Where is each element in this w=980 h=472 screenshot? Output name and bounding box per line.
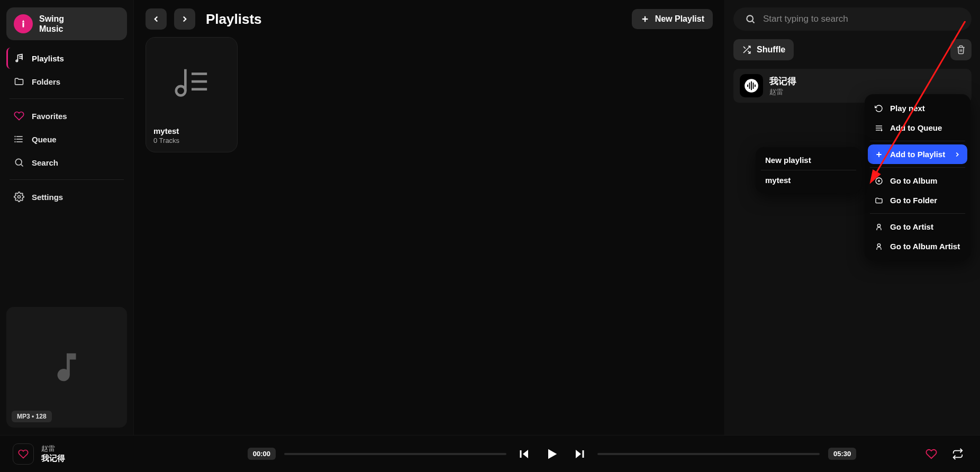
svg-point-7: [15, 139, 15, 140]
forward-button[interactable]: [174, 8, 195, 30]
plus-icon: [874, 150, 884, 159]
user-icon: [874, 242, 884, 251]
playlist-thumb: [153, 45, 230, 121]
playlist-grid: mytest 0 Tracks: [146, 37, 713, 152]
svg-line-23: [743, 47, 746, 49]
now-playing-art[interactable]: MP3 • 128: [6, 307, 127, 428]
sidebar-item-search[interactable]: Search: [6, 152, 127, 173]
prev-button[interactable]: [515, 444, 534, 464]
svg-point-40: [877, 243, 880, 246]
header-toolbar: Playlists New Playlist: [146, 8, 713, 30]
back-button[interactable]: [146, 8, 167, 30]
nav-divider: [10, 98, 124, 99]
page-title: Playlists: [206, 11, 262, 28]
ctx-divider: [870, 141, 965, 141]
svg-point-8: [15, 142, 15, 142]
sidebar-item-label: Folders: [32, 77, 60, 86]
like-button[interactable]: [922, 444, 941, 464]
submenu-existing-playlist[interactable]: mytest: [759, 170, 858, 190]
time-total: 05:30: [828, 448, 856, 460]
ctx-go-to-album[interactable]: Go to Album: [868, 171, 967, 190]
context-menu: Play next Add to Queue Add to Playlist G…: [865, 94, 970, 260]
ctx-go-to-album-artist[interactable]: Go to Album Artist: [868, 237, 967, 256]
play-next-icon: [874, 104, 884, 113]
sidebar-item-favorites[interactable]: Favorites: [6, 105, 127, 126]
progress-bar-right[interactable]: [597, 453, 820, 455]
gear-icon: [14, 192, 24, 202]
playlist-icon: [14, 53, 24, 63]
svg-point-37: [876, 178, 882, 184]
svg-point-38: [878, 180, 880, 181]
ctx-add-to-queue[interactable]: Add to Queue: [868, 118, 967, 138]
panel-toolbar: Shuffle: [733, 39, 972, 60]
brand-header[interactable]: SwingMusic: [6, 7, 127, 40]
brand-logo-icon: [14, 14, 33, 33]
ctx-go-to-folder[interactable]: Go to Folder: [868, 190, 967, 210]
shuffle-label: Shuffle: [757, 45, 785, 55]
shuffle-icon: [742, 45, 751, 55]
brand-name: SwingMusic: [39, 14, 64, 34]
new-playlist-label: New Playlist: [655, 14, 704, 24]
svg-line-20: [752, 21, 755, 23]
svg-marker-42: [523, 450, 528, 458]
track-title: 我记得: [769, 75, 796, 87]
queue-icon: [14, 134, 24, 144]
sidebar-item-queue[interactable]: Queue: [6, 129, 127, 150]
track-artwork: [740, 74, 763, 97]
svg-point-19: [747, 15, 753, 22]
sidebar: SwingMusic Playlists Folders Favorites Q…: [0, 0, 133, 435]
heart-icon: [18, 449, 29, 459]
submenu-new-playlist[interactable]: New playlist: [759, 150, 858, 170]
svg-line-10: [21, 165, 23, 167]
ctx-go-to-artist[interactable]: Go to Artist: [868, 217, 967, 237]
new-playlist-button[interactable]: New Playlist: [632, 9, 713, 29]
play-button[interactable]: [542, 444, 561, 464]
search-icon: [745, 14, 756, 24]
svg-point-39: [877, 224, 880, 226]
progress-bar[interactable]: [284, 453, 506, 455]
sidebar-item-playlists[interactable]: Playlists: [6, 48, 127, 69]
favorite-button[interactable]: [13, 443, 34, 465]
skip-back-icon: [518, 448, 531, 460]
time-current: 00:00: [248, 448, 276, 460]
svg-point-6: [15, 137, 15, 137]
playlist-card[interactable]: mytest 0 Tracks: [146, 37, 238, 152]
heart-icon: [14, 111, 24, 121]
user-icon: [874, 223, 884, 231]
playlist-track-count: 0 Tracks: [153, 137, 230, 144]
ctx-play-next[interactable]: Play next: [868, 98, 967, 118]
repeat-button[interactable]: [948, 444, 967, 464]
main-content: Playlists New Playlist mytest 0 Tracks: [133, 0, 725, 435]
sidebar-item-folders[interactable]: Folders: [6, 71, 127, 92]
folder-icon: [14, 76, 24, 87]
playlist-name: mytest: [153, 126, 230, 135]
ctx-add-to-playlist[interactable]: Add to Playlist: [868, 144, 967, 164]
sidebar-item-label: Playlists: [32, 54, 64, 63]
svg-marker-45: [576, 450, 581, 458]
clear-button[interactable]: [950, 39, 972, 60]
search-input[interactable]: [763, 14, 960, 24]
folder-icon: [874, 196, 884, 205]
next-button[interactable]: [570, 444, 589, 464]
svg-marker-44: [548, 449, 557, 459]
shuffle-button[interactable]: Shuffle: [733, 39, 794, 60]
sidebar-item-settings[interactable]: Settings: [6, 186, 127, 207]
nav-divider: [10, 179, 124, 180]
track-artist: 赵雷: [769, 87, 796, 97]
playlist-submenu: New playlist mytest: [756, 147, 861, 193]
search-bar[interactable]: [733, 7, 972, 31]
sidebar-item-label: Queue: [32, 135, 57, 144]
playlist-default-icon: [173, 67, 210, 99]
trash-icon: [956, 45, 966, 55]
music-note-icon: [48, 349, 85, 386]
chevron-right-icon: [180, 14, 189, 24]
format-badge: MP3 • 128: [12, 411, 52, 422]
player-bar: 赵雷 我记得 00:00 05:30: [0, 435, 980, 472]
plus-icon: [640, 14, 650, 24]
ctx-divider: [870, 213, 965, 214]
chevron-left-icon: [151, 14, 161, 24]
svg-point-0: [16, 60, 17, 62]
svg-point-14: [176, 86, 186, 96]
svg-point-9: [15, 159, 22, 166]
right-panel: Shuffle 我记得 赵雷 Play next Add to Queue Ad…: [725, 0, 980, 435]
